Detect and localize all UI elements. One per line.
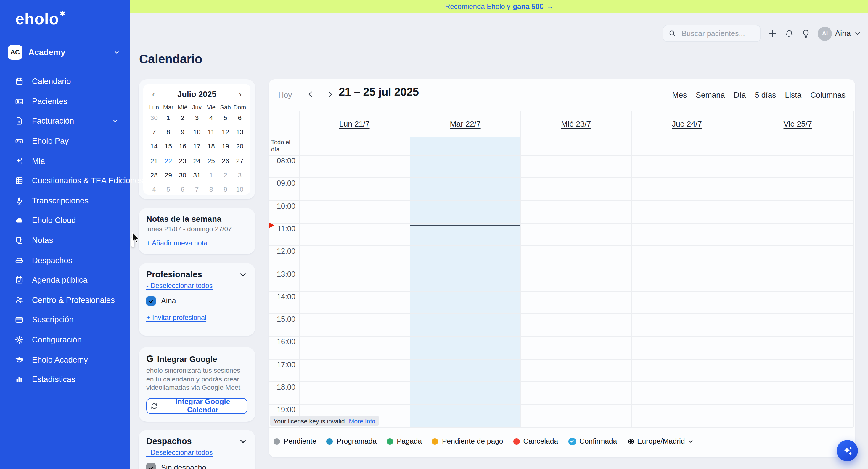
mini-calendar-day[interactable]: 8	[204, 182, 218, 196]
view-button-mes[interactable]: Mes	[672, 91, 687, 99]
sidebar-item-eholo-cloud[interactable]: Eholo Cloud	[0, 210, 130, 230]
all-day-cell[interactable]	[410, 137, 521, 155]
add-note-link[interactable]: + Añadir nueva nota	[146, 239, 208, 247]
sidebar-item-eholo-pay[interactable]: PayEholo Pay	[0, 131, 130, 151]
chevron-down-icon[interactable]	[239, 270, 247, 279]
mini-calendar-day[interactable]: 17	[190, 139, 204, 154]
mini-calendar-day[interactable]: 4	[204, 110, 218, 125]
mini-calendar-day[interactable]: 23	[176, 154, 190, 168]
day-header-jue-24-7[interactable]: Jue 24/7	[631, 110, 742, 137]
mini-calendar-day[interactable]: 31	[190, 168, 204, 182]
sidebar-item-cuestionarios-tea-ediciones[interactable]: Cuestionarios & TEA Ediciones	[0, 171, 130, 191]
notifications-bell-icon[interactable]	[784, 29, 794, 38]
sidebar-item-despachos[interactable]: Despachos	[0, 250, 130, 270]
sidebar-item-agenda-p-blica[interactable]: Agenda pública	[0, 270, 130, 290]
view-button-lista[interactable]: Lista	[785, 91, 802, 99]
mini-calendar-day[interactable]: 18	[204, 139, 218, 154]
view-button-d-a[interactable]: Día	[734, 91, 746, 99]
sidebar-item-transcripciones[interactable]: Transcripciones	[0, 191, 130, 210]
calendar-next-button[interactable]	[326, 90, 335, 99]
mini-calendar-day[interactable]: 3	[233, 168, 247, 182]
mini-calendar-day[interactable]: 21	[147, 154, 161, 168]
eholo-logo[interactable]: eholo✱	[16, 9, 66, 28]
mini-calendar-day[interactable]: 7	[147, 125, 161, 139]
sidebar-item-mia[interactable]: Mia	[0, 151, 130, 171]
mini-calendar-day[interactable]: 14	[147, 139, 161, 154]
sidebar-item-centro-profesionales[interactable]: Centro & Profesionales	[0, 290, 130, 310]
checkbox[interactable]	[146, 463, 156, 469]
mini-calendar-day[interactable]: 22	[161, 154, 175, 168]
search-input[interactable]	[680, 29, 755, 38]
mini-calendar-day[interactable]: 7	[190, 182, 204, 196]
timezone-selector[interactable]: Europe/Madrid	[627, 437, 694, 445]
user-menu[interactable]: AI Aina	[818, 26, 862, 40]
sidebar-item-calendario[interactable]: Calendario	[0, 72, 130, 91]
view-button-5-d-as[interactable]: 5 días	[755, 91, 776, 99]
mia-assistant-button[interactable]	[837, 440, 858, 461]
view-button-semana[interactable]: Semana	[696, 91, 725, 99]
sidebar-item-facturaci-n[interactable]: Facturación	[0, 111, 130, 131]
time-grid[interactable]: 08:0009:0010:0011:0012:0013:0014:0015:00…	[269, 155, 855, 427]
today-button[interactable]: Hoy	[278, 91, 292, 99]
mini-calendar-day[interactable]: 19	[218, 139, 232, 154]
mini-calendar-day[interactable]: 5	[161, 182, 175, 196]
sidebar-item-configuraci-n[interactable]: Configuración	[0, 330, 130, 349]
mini-calendar-day[interactable]: 30	[147, 110, 161, 125]
sidebar-item-eholo-academy[interactable]: Eholo Academy	[0, 350, 130, 370]
day-header-mar-22-7[interactable]: Mar 22/7	[410, 110, 521, 137]
sidebar-item-suscripci-n[interactable]: Suscripción	[0, 310, 130, 330]
mini-calendar-day[interactable]: 6	[176, 182, 190, 196]
workspace-selector[interactable]: AC Academy	[8, 44, 126, 60]
mini-calendar-day[interactable]: 13	[233, 125, 247, 139]
sidebar-item-notas[interactable]: Notas	[0, 231, 130, 250]
mini-calendar-day[interactable]: 16	[176, 139, 190, 154]
scrollbar-thumb[interactable]	[131, 237, 134, 247]
mini-calendar-day[interactable]: 12	[218, 125, 232, 139]
tips-lightbulb-icon[interactable]	[801, 29, 811, 38]
mini-calendar-day[interactable]: 2	[218, 168, 232, 182]
integrate-google-calendar-button[interactable]: Integrar Google Calendar	[146, 398, 247, 414]
deselect-all-offices-link[interactable]: - Deseleccionar todos	[146, 448, 213, 456]
sidebar-item-estad-sticas[interactable]: Estadísticas	[0, 370, 130, 390]
view-button-columnas[interactable]: Columnas	[810, 91, 845, 99]
license-more-info-link[interactable]: More Info	[349, 417, 376, 424]
deselect-all-professionals-link[interactable]: - Deseleccionar todos	[146, 281, 213, 289]
mini-calendar-day[interactable]: 2	[176, 110, 190, 125]
day-header-mi-23-7[interactable]: Mié 23/7	[521, 110, 631, 137]
day-header-vie-25-7[interactable]: Vie 25/7	[742, 110, 853, 137]
mini-calendar-day[interactable]: 10	[233, 182, 247, 196]
mini-calendar-day[interactable]: 3	[190, 110, 204, 125]
all-day-cell[interactable]	[742, 137, 853, 155]
mini-calendar-day[interactable]: 25	[204, 154, 218, 168]
mini-calendar-next-button[interactable]: ›	[236, 90, 245, 98]
invite-professional-link[interactable]: + Invitar profesional	[146, 313, 206, 321]
mini-calendar-day[interactable]: 20	[233, 139, 247, 154]
sidebar-item-pacientes[interactable]: Pacientes	[0, 91, 130, 111]
mini-calendar-day[interactable]: 24	[190, 154, 204, 168]
mini-calendar-day[interactable]: 30	[176, 168, 190, 182]
all-day-cell[interactable]	[521, 137, 631, 155]
mini-calendar-day[interactable]: 8	[161, 125, 175, 139]
mini-calendar-day[interactable]: 1	[204, 168, 218, 182]
mini-calendar-day[interactable]: 11	[204, 125, 218, 139]
mini-calendar-day[interactable]: 9	[176, 125, 190, 139]
mini-calendar-day[interactable]: 10	[190, 125, 204, 139]
mini-calendar-day[interactable]: 27	[233, 154, 247, 168]
mini-calendar-day[interactable]: 29	[161, 168, 175, 182]
chevron-down-icon[interactable]	[239, 437, 247, 446]
all-day-cell[interactable]	[631, 137, 742, 155]
calendar-prev-button[interactable]	[306, 90, 315, 99]
mini-calendar-day[interactable]: 15	[161, 139, 175, 154]
add-button[interactable]	[768, 29, 777, 38]
patient-search[interactable]	[662, 25, 761, 42]
mini-calendar-day[interactable]: 6	[233, 110, 247, 125]
all-day-cell[interactable]	[299, 137, 410, 155]
mini-calendar-prev-button[interactable]: ‹	[149, 90, 157, 98]
mini-calendar-day[interactable]: 4	[147, 182, 161, 196]
mini-calendar-day[interactable]: 26	[218, 154, 232, 168]
referral-banner[interactable]: Recomienda Eholo y gana 50€ →	[130, 0, 868, 13]
checkbox[interactable]	[146, 296, 156, 306]
mini-calendar-day[interactable]: 1	[161, 110, 175, 125]
mini-calendar-day[interactable]: 5	[218, 110, 232, 125]
day-header-lun-21-7[interactable]: Lun 21/7	[299, 110, 410, 137]
